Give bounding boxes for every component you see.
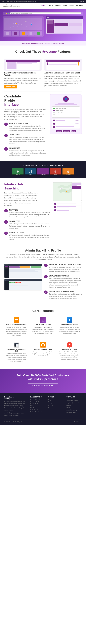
facebook-icon[interactable]: f <box>78 0 78 2</box>
footer-col-2: CANDIDATES Browse Categories Candidate P… <box>30 396 46 416</box>
nav-jobs[interactable]: JOBS <box>63 5 67 7</box>
status-step-2: Under Review <box>53 110 78 111</box>
map-panel-btn <box>72 186 81 189</box>
jvl-1b <box>57 204 69 204</box>
googleplus-icon[interactable]: g+ <box>82 0 84 2</box>
intuitive-desc: Buonmercato comes with the world's best … <box>4 192 39 207</box>
back-to-top[interactable]: Back to Top ↑ <box>74 421 82 422</box>
intuitive-right <box>53 182 82 212</box>
footer: Recruitment Agency With CMS Superheroes … <box>0 392 86 425</box>
feature-item-1: 1 APPLICATION STATUS View the status of … <box>4 122 47 132</box>
intuitive-feature-3: 3 GRID & LIST VIEW We've added a couple … <box>4 232 50 240</box>
top-bar: +44 (0)1234 456555 enquiries@cmssuperher… <box>0 0 86 3</box>
job-badge-2: Alert <box>75 123 78 124</box>
admin-features: 1 APPROVE OR REJECT APPLICATIONS In the … <box>44 264 82 302</box>
status-circle-3 <box>53 112 55 114</box>
core-item-2: APPLICATION STATUS Easily see the curren… <box>31 316 55 338</box>
admin-feature-text-1: APPROVE OR REJECT APPLICATIONS In the ba… <box>49 264 82 273</box>
mockup-body <box>46 19 83 34</box>
apply-jobs-desc: A unique feature in the recruitment agen… <box>45 75 82 87</box>
nav-news[interactable]: NEWS <box>69 5 73 7</box>
footer-col-1: Recruitment Agency With CMS Superheroes … <box>4 396 27 416</box>
get-started-button[interactable]: GET STARTED <box>4 85 17 88</box>
employer-pkg-icon <box>40 342 46 348</box>
intuitive-title-2: JOB FILTERS <box>9 220 50 222</box>
intuitive-feature-2: 2 JOB FILTERS With a strong filter syste… <box>4 220 50 229</box>
footer-link-blog[interactable]: Blog <box>48 399 64 400</box>
nav-home[interactable]: HOME <box>41 5 46 7</box>
candidate-title: CandidateProfileInterface <box>4 94 47 106</box>
industry-card-legal[interactable]: Legal <box>50 168 61 175</box>
intuitive-num-2: 2 <box>4 220 8 224</box>
heading-post: Features <box>57 50 71 53</box>
core-title-6: PREMIUM PLUGINS <box>59 349 80 350</box>
core-icon-3 <box>67 317 72 323</box>
nav-about[interactable]: ABOUT <box>48 5 53 7</box>
footer-link-contact2[interactable]: Contact <box>48 405 64 406</box>
industries-title: EXTRA RECRUITMENT INDUSTRIES <box>4 164 82 166</box>
profile-name-line <box>58 103 74 104</box>
admin-content: Approve Reject 1 APPROVE OR REJECT APPLI… <box>4 264 82 302</box>
feature-num-1: 1 <box>4 122 8 126</box>
job-line-3b <box>56 127 67 128</box>
industry-card-technology[interactable]: Technology <box>37 168 49 175</box>
cta-button[interactable]: PURCHASE THEME NOW! <box>28 383 58 388</box>
core-item-3: CANDIDATE PROFILES Candidates can view t… <box>58 316 82 338</box>
mini-job-icon <box>47 62 48 64</box>
core-icon-5 <box>40 342 46 348</box>
footer-link-browse[interactable]: Browse Categories <box>30 399 46 400</box>
core-desc-5: Change recruitment registration for the … <box>32 351 54 357</box>
mini-header-2 <box>47 60 80 62</box>
svg-rect-1 <box>17 171 19 172</box>
profile-tag-3: Legal <box>71 130 76 132</box>
industry-card-medical[interactable]: Medical <box>12 168 23 175</box>
footer-link-basket[interactable]: Job Basket <box>30 405 46 406</box>
intuitive-desc-1: The maps view allows you to see recent t… <box>9 212 50 218</box>
profile-mockup: 👤 Application Received Under Review Int <box>50 94 82 134</box>
admin-feature-num-3: 3 <box>44 290 48 294</box>
job-line-1a <box>56 120 71 120</box>
intuitive-text-3: GRID & LIST VIEW We've added a couple of… <box>9 232 50 240</box>
footer-link-about[interactable]: About <box>48 403 64 404</box>
nav-pages[interactable]: PAGES <box>55 5 61 7</box>
footer-link-candidate[interactable]: Candidate Profile <box>30 401 46 402</box>
url-text: recruitmentagency.cmssuperheroes.com <box>11 13 32 14</box>
admin-mockup-header-2 <box>5 279 42 281</box>
footer-link-contact[interactable]: Contact Recruitment <box>30 411 46 412</box>
admin-screenshots: Approve Reject <box>4 264 42 302</box>
industry-card-education[interactable]: Education <box>63 168 74 175</box>
apply-jobs-title: Apply For Multiple Jobs With One Click! <box>45 72 82 74</box>
mini-content-1 <box>6 62 39 70</box>
footer-bottom: © 2017 Theme By CMSSuperheroes Back to T… <box>4 419 82 422</box>
twitter-icon[interactable]: t <box>79 0 79 2</box>
industry-card-finance[interactable]: Finance <box>25 168 36 175</box>
job-view-icon-1 <box>54 203 56 204</box>
easily-create-title: Easily Create your own Recruitment Websi… <box>4 72 41 76</box>
footer-link-alerts[interactable]: Job Alerts <box>30 407 46 408</box>
intuitive-left: Intuitive JobSearching Buonmercato comes… <box>4 182 50 243</box>
footer-link-privacy[interactable]: Privacy <box>48 407 64 408</box>
job-list-view <box>53 202 82 212</box>
core-features-section: Core Features MULTI-JOB APPLICATIONS App… <box>0 305 86 369</box>
map-svg <box>4 18 42 30</box>
mini-job-icon-2 <box>47 64 48 65</box>
linkedin-icon[interactable]: in <box>80 0 82 2</box>
mini-basket-icon <box>78 62 79 64</box>
mini-job-text <box>49 63 77 63</box>
intuitive-content: Intuitive JobSearching Buonmercato comes… <box>4 182 82 243</box>
core-desc-4: The admin dashboard gives you all the fl… <box>6 353 27 362</box>
core-item-6: PREMIUM PLUGINS We've included Revolutio… <box>58 340 82 364</box>
footer-link-register[interactable]: Register Profile <box>30 403 46 404</box>
nav-contact[interactable]: CONTACT <box>75 5 83 7</box>
status-label-3: Interview Stage <box>56 112 64 114</box>
browser-dot-yellow <box>6 13 7 14</box>
footer-link-news[interactable]: News <box>48 401 64 402</box>
job-text-2 <box>56 123 74 124</box>
footer-link-status[interactable]: Application Status <box>30 409 46 410</box>
candidate-right: 👤 Application Received Under Review Int <box>50 94 82 134</box>
intuitive-num-3: 3 <box>4 232 8 235</box>
candidate-profile-icon <box>67 317 72 323</box>
heading-em: Awesome <box>42 50 57 53</box>
hero-left <box>3 16 44 38</box>
core-item-4: POWERFUL ADMIN BACK-END The admin dashbo… <box>4 340 28 364</box>
